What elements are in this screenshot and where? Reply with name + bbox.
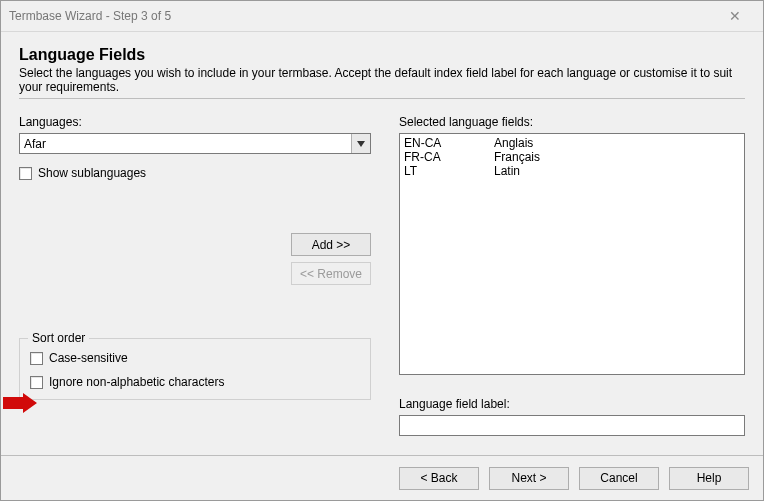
page-title: Language Fields bbox=[19, 46, 745, 64]
case-sensitive-checkbox[interactable]: Case-sensitive bbox=[30, 351, 360, 365]
remove-button: << Remove bbox=[291, 262, 371, 285]
window-title: Termbase Wizard - Step 3 of 5 bbox=[9, 1, 171, 31]
checkbox-icon bbox=[30, 376, 43, 389]
add-button[interactable]: Add >> bbox=[291, 233, 371, 256]
selected-fields-listbox[interactable]: EN-CA Anglais FR-CA Français LT Latin bbox=[399, 133, 745, 375]
wizard-footer: < Back Next > Cancel Help bbox=[1, 455, 763, 500]
page-subheading: Select the languages you wish to include… bbox=[19, 66, 745, 94]
ignore-nonalpha-checkbox[interactable]: Ignore non-alphabetic characters bbox=[30, 375, 360, 389]
sort-order-group: Sort order Case-sensitive Ignore non-alp… bbox=[19, 338, 371, 400]
language-field-label-input[interactable] bbox=[399, 415, 745, 436]
lang-name: Anglais bbox=[494, 136, 533, 150]
show-sublanguages-label: Show sublanguages bbox=[38, 166, 146, 180]
lang-code: EN-CA bbox=[404, 136, 494, 150]
ignore-nonalpha-label: Ignore non-alphabetic characters bbox=[49, 375, 224, 389]
case-sensitive-label: Case-sensitive bbox=[49, 351, 128, 365]
close-icon[interactable]: ✕ bbox=[715, 1, 755, 31]
list-item[interactable]: EN-CA Anglais bbox=[404, 136, 740, 150]
help-button[interactable]: Help bbox=[669, 467, 749, 490]
next-button[interactable]: Next > bbox=[489, 467, 569, 490]
languages-combobox[interactable] bbox=[19, 133, 371, 154]
lang-code: LT bbox=[404, 164, 494, 178]
checkbox-icon bbox=[30, 352, 43, 365]
checkbox-icon bbox=[19, 167, 32, 180]
language-field-label-caption: Language field label: bbox=[399, 397, 745, 411]
languages-label: Languages: bbox=[19, 115, 371, 129]
chevron-down-icon[interactable] bbox=[351, 134, 370, 153]
wizard-window: Termbase Wizard - Step 3 of 5 ✕ Language… bbox=[0, 0, 764, 501]
back-button[interactable]: < Back bbox=[399, 467, 479, 490]
lang-name: Latin bbox=[494, 164, 520, 178]
list-item[interactable]: LT Latin bbox=[404, 164, 740, 178]
list-item[interactable]: FR-CA Français bbox=[404, 150, 740, 164]
lang-code: FR-CA bbox=[404, 150, 494, 164]
cancel-button[interactable]: Cancel bbox=[579, 467, 659, 490]
languages-input[interactable] bbox=[20, 134, 351, 153]
show-sublanguages-checkbox[interactable]: Show sublanguages bbox=[19, 166, 371, 180]
lang-name: Français bbox=[494, 150, 540, 164]
svg-marker-0 bbox=[357, 141, 365, 147]
divider bbox=[19, 98, 745, 99]
titlebar: Termbase Wizard - Step 3 of 5 ✕ bbox=[1, 1, 763, 32]
selected-fields-label: Selected language fields: bbox=[399, 115, 745, 129]
sort-order-legend: Sort order bbox=[28, 331, 89, 345]
